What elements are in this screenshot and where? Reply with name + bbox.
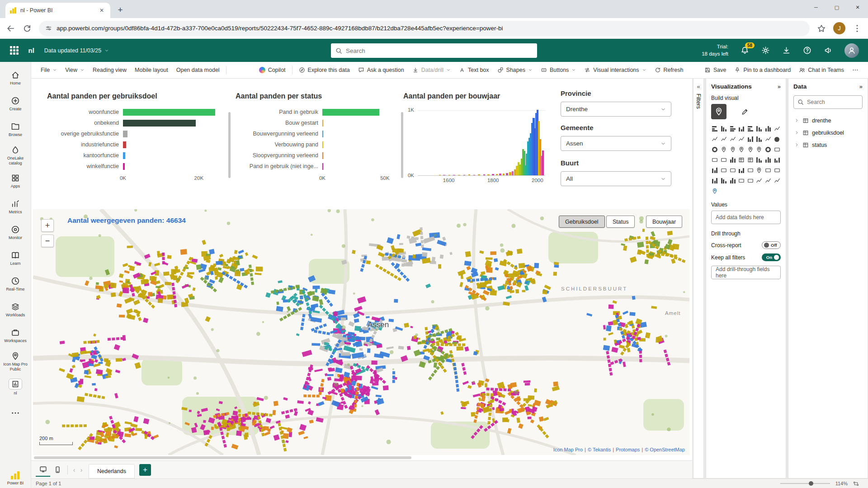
back-icon[interactable]: [6, 24, 15, 33]
visual-type-waterfall-chart[interactable]: [747, 135, 755, 143]
close-window-button[interactable]: ✕: [847, 0, 868, 14]
visual-type-decomposition-tree[interactable]: [711, 166, 719, 174]
visual-type-power-apps[interactable]: [764, 166, 772, 174]
bar[interactable]: [322, 152, 323, 159]
slicer-dropdown-buurt[interactable]: All: [561, 171, 671, 186]
visual-type-map[interactable]: [729, 145, 736, 154]
bar[interactable]: [123, 109, 215, 116]
visual-type-line-chart[interactable]: [773, 125, 781, 133]
nav-item-learn[interactable]: Learn: [0, 246, 30, 271]
bar[interactable]: [322, 109, 379, 116]
visual-type-arcgis-map[interactable]: [755, 166, 763, 174]
map-toggle-status[interactable]: Status: [606, 216, 635, 228]
histogram-bar[interactable]: [473, 175, 476, 175]
histogram-bar[interactable]: [463, 175, 466, 175]
add-data-fields-well[interactable]: Add data fields here: [711, 211, 781, 224]
visual-bar-chart-status[interactable]: Aantal panden per status Pand in gebruik…: [236, 92, 399, 183]
bar[interactable]: [123, 120, 196, 127]
nav-item-onelake-catalog[interactable]: OneLake catalog: [0, 143, 30, 168]
visual-type-stacked-column-chart[interactable]: [720, 125, 728, 133]
histogram-bar[interactable]: [458, 175, 460, 175]
add-drill-through-fields-well[interactable]: Add drill-through fields here: [711, 266, 781, 279]
feedback-icon[interactable]: [824, 46, 832, 55]
histogram-bar[interactable]: [506, 173, 508, 176]
nav-item-icon-map-pro-public[interactable]: Icon Map Pro Public: [0, 349, 30, 374]
visual-bar-chart-gebruiksdoel[interactable]: Aantal panden per gebruiksdoel woonfunct…: [47, 92, 227, 183]
visual-type-paginated-report[interactable]: [747, 166, 755, 174]
menu-item-refresh[interactable]: Refresh: [651, 64, 688, 76]
histogram-bar[interactable]: [492, 174, 494, 175]
fit-to-page-icon[interactable]: [853, 481, 859, 487]
visual-type-r-script-visual[interactable]: [755, 156, 763, 164]
menu-item-buttons[interactable]: Buttons: [537, 64, 580, 76]
nav-item-workloads[interactable]: Workloads: [0, 297, 30, 323]
nav-item-monitor[interactable]: Monitor: [0, 220, 30, 245]
bar[interactable]: [322, 131, 323, 137]
visual-type-donut-chart[interactable]: [711, 145, 719, 154]
maximize-button[interactable]: ▢: [826, 0, 847, 14]
histogram-bar[interactable]: [512, 171, 514, 175]
app-launcher-icon[interactable]: [10, 46, 19, 55]
visual-type-text-slicer[interactable]: [711, 177, 719, 185]
minimize-button[interactable]: ─: [806, 0, 826, 14]
nav-item-nl[interactable]: nl: [0, 375, 30, 400]
nav-item-workspaces[interactable]: Workspaces: [0, 323, 30, 348]
help-icon[interactable]: [803, 46, 811, 55]
collapse-panel-icon[interactable]: »: [778, 83, 781, 90]
visual-type-stacked-bar-chart[interactable]: [711, 125, 719, 133]
visual-type-gauge[interactable]: [764, 145, 772, 154]
bar[interactable]: [322, 120, 323, 127]
browser-tab[interactable]: nl - Power BI ✕: [5, 3, 110, 18]
bar[interactable]: [322, 141, 323, 148]
menu-item-pin-to-a-dashboard[interactable]: Pin to a dashboard: [730, 64, 795, 76]
visual-type-matrix[interactable]: [747, 156, 755, 164]
visual-type-pie-chart[interactable]: [773, 135, 781, 143]
histogram-bar[interactable]: [483, 174, 486, 175]
visual-type-sankey-chart[interactable]: [764, 177, 772, 185]
histogram-bar[interactable]: [542, 150, 544, 175]
site-info-icon[interactable]: [45, 25, 52, 32]
menu-item-explore-this-data[interactable]: Explore this data: [295, 64, 354, 76]
visual-type-card[interactable]: [773, 145, 781, 154]
visual-type-smart-narrative[interactable]: [729, 166, 736, 174]
visual-type-stacked-area-chart[interactable]: [720, 135, 728, 143]
bar-row-bouwvergunning-verleend[interactable]: Bouwvergunning verleend: [236, 128, 399, 139]
visual-type-power-automate[interactable]: [773, 166, 781, 174]
histogram-bar[interactable]: [468, 174, 471, 175]
map-zoom-out-button[interactable]: −: [41, 235, 54, 247]
histogram-bar[interactable]: [448, 175, 451, 175]
menu-item-view[interactable]: View: [61, 64, 89, 76]
bar-row-sloopvergunning-verleend[interactable]: Sloopvergunning verleend: [236, 150, 399, 161]
chevron-right-icon[interactable]: [794, 118, 799, 123]
visual-type-metrics-visual[interactable]: [738, 166, 745, 174]
nav-item-create[interactable]: Create: [0, 91, 30, 117]
visual-type-line-and-stacked-column-chart[interactable]: [729, 135, 736, 143]
keep-all-filters-toggle[interactable]: On: [762, 253, 781, 261]
menu-item-reading-view[interactable]: Reading view: [89, 64, 131, 76]
histogram-bar[interactable]: [503, 174, 505, 175]
add-page-button[interactable]: +: [139, 464, 151, 476]
visual-type-treemap[interactable]: [720, 145, 728, 154]
visual-type-icon-map-pro[interactable]: [711, 187, 719, 195]
visual-type-dual-kpi[interactable]: [747, 177, 755, 185]
page-nav-prev-icon[interactable]: ‹: [71, 466, 78, 474]
mobile-view-icon[interactable]: [50, 463, 65, 477]
bar[interactable]: [322, 163, 323, 170]
slicer-dropdown-gemeente[interactable]: Assen: [561, 136, 671, 151]
bar[interactable]: [123, 152, 125, 159]
data-field-status[interactable]: status: [793, 139, 863, 151]
reload-icon[interactable]: [23, 24, 32, 33]
notifications-bell-icon[interactable]: 58: [741, 46, 749, 55]
collapse-panel-icon[interactable]: »: [859, 83, 863, 90]
visual-type-shape-map[interactable]: [747, 145, 755, 154]
visual-type-100-stacked-bar-chart[interactable]: [747, 125, 755, 133]
bar-row-industriefunctie[interactable]: industriefunctie: [47, 139, 227, 150]
visual-type-scatter-chart[interactable]: [764, 135, 772, 143]
menu-item-data-drill[interactable]: Data/drill: [408, 64, 455, 76]
new-tab-button[interactable]: +: [114, 4, 127, 16]
slicer-dropdown-provincie[interactable]: Drenthe: [561, 102, 671, 117]
visual-type-radar-chart[interactable]: [773, 177, 781, 185]
menu-item-copilot[interactable]: Copilot: [255, 64, 290, 76]
bookmark-star-icon[interactable]: [817, 24, 826, 33]
visual-type-slicer[interactable]: [729, 156, 736, 164]
